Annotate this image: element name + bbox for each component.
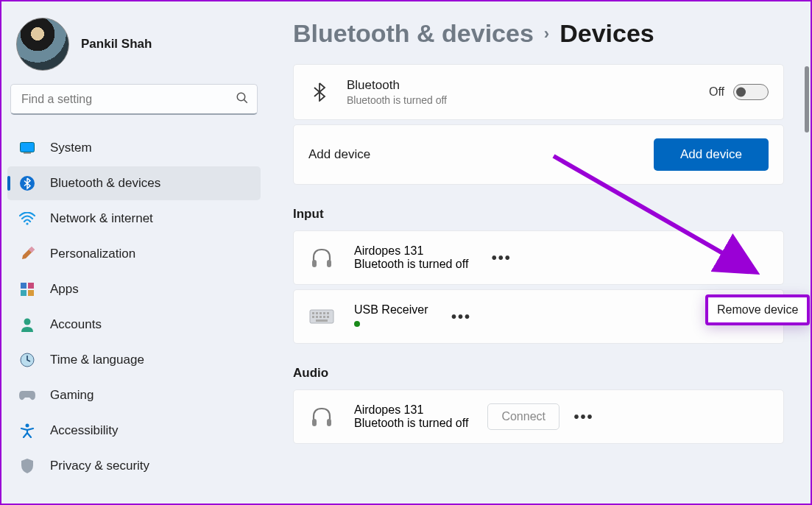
svg-rect-24 <box>319 316 322 318</box>
device-sub: Bluetooth is turned off <box>354 258 468 271</box>
bluetooth-card: Bluetooth Bluetooth is turned off Off <box>293 64 784 120</box>
sidebar-item-label: Network & internet <box>50 211 153 226</box>
sidebar-item-personalization[interactable]: Personalization <box>7 237 261 271</box>
device-name: Airdopes 131 <box>354 244 468 258</box>
svg-rect-10 <box>28 290 34 296</box>
svg-rect-27 <box>316 319 328 322</box>
profile-name: Pankil Shah <box>81 37 152 52</box>
breadcrumb-parent[interactable]: Bluetooth & devices <box>293 19 534 48</box>
time-icon <box>19 352 35 368</box>
add-device-button[interactable]: Add device <box>654 138 769 171</box>
context-menu-remove[interactable]: Remove device <box>705 294 810 325</box>
svg-rect-18 <box>316 312 318 314</box>
sidebar-item-network[interactable]: Network & internet <box>7 202 261 236</box>
gaming-icon <box>19 387 35 403</box>
device-row-airdopes: Airdopes 131 Bluetooth is turned off ••• <box>293 230 784 285</box>
svg-rect-28 <box>312 419 317 426</box>
add-device-label: Add device <box>308 147 638 162</box>
avatar <box>16 18 69 71</box>
context-menu-label: Remove device <box>717 303 798 316</box>
sidebar-item-time[interactable]: Time & language <box>7 343 261 377</box>
more-button[interactable]: ••• <box>447 304 475 329</box>
svg-rect-17 <box>312 312 314 314</box>
status-dot <box>354 321 360 327</box>
svg-rect-14 <box>312 260 317 267</box>
svg-rect-21 <box>327 312 329 314</box>
sidebar-item-label: Accounts <box>50 317 102 332</box>
personalization-icon <box>19 246 35 262</box>
device-sub: Bluetooth is turned off <box>354 417 468 430</box>
svg-rect-22 <box>312 316 314 318</box>
search-input[interactable] <box>10 84 258 115</box>
bluetooth-sub: Bluetooth is turned off <box>347 94 693 106</box>
sidebar-item-label: System <box>50 141 92 155</box>
device-row-airdopes-audio: Airdopes 131 Bluetooth is turned off Con… <box>293 389 784 444</box>
sidebar-item-label: Apps <box>50 282 79 297</box>
bluetooth-state: Off <box>709 85 724 99</box>
svg-rect-25 <box>323 316 325 318</box>
sidebar-item-label: Time & language <box>50 353 144 367</box>
svg-rect-9 <box>21 290 27 296</box>
headphones-icon <box>308 406 335 427</box>
svg-rect-20 <box>323 312 325 314</box>
breadcrumb: Bluetooth & devices › Devices <box>293 19 784 48</box>
profile[interactable]: Pankil Shah <box>7 15 261 84</box>
svg-rect-7 <box>21 283 27 289</box>
system-icon <box>19 140 35 156</box>
svg-point-13 <box>26 424 29 428</box>
section-input: Input <box>293 207 784 222</box>
bluetooth-title: Bluetooth <box>347 78 693 93</box>
section-audio: Audio <box>293 366 784 381</box>
svg-rect-29 <box>327 419 331 426</box>
bluetooth-toggle[interactable] <box>733 84 769 100</box>
chevron-right-icon: › <box>544 24 549 43</box>
sidebar-item-label: Gaming <box>50 388 94 403</box>
bluetooth-icon <box>308 82 331 102</box>
sidebar: Pankil Shah System Bluetooth & devices N… <box>1 1 266 504</box>
more-button[interactable]: ••• <box>487 245 515 270</box>
device-name: Airdopes 131 <box>354 403 468 417</box>
svg-rect-26 <box>327 316 329 318</box>
add-device-card: Add device Add device <box>293 124 784 185</box>
bluetooth-icon <box>19 175 35 191</box>
sidebar-item-privacy[interactable]: Privacy & security <box>7 449 261 483</box>
svg-rect-8 <box>28 283 34 289</box>
svg-rect-19 <box>319 312 322 314</box>
scrollbar[interactable] <box>805 66 809 133</box>
svg-point-11 <box>24 319 31 325</box>
apps-icon <box>19 281 35 297</box>
connect-button[interactable]: Connect <box>487 403 559 430</box>
sidebar-item-apps[interactable]: Apps <box>7 272 261 306</box>
sidebar-item-label: Personalization <box>50 247 135 261</box>
keyboard-icon <box>308 309 335 324</box>
svg-rect-2 <box>21 143 35 152</box>
breadcrumb-current: Devices <box>559 19 654 48</box>
svg-rect-3 <box>24 152 31 154</box>
svg-rect-15 <box>327 260 331 267</box>
shield-icon <box>19 458 35 474</box>
svg-rect-23 <box>316 316 318 318</box>
sidebar-item-label: Privacy & security <box>50 459 149 473</box>
device-name: USB Receiver <box>354 303 428 317</box>
sidebar-item-gaming[interactable]: Gaming <box>7 378 261 412</box>
accounts-icon <box>19 317 35 333</box>
headphones-icon <box>308 247 335 268</box>
sidebar-item-system[interactable]: System <box>7 131 261 165</box>
sidebar-item-accessibility[interactable]: Accessibility <box>7 414 261 448</box>
sidebar-item-bluetooth[interactable]: Bluetooth & devices <box>7 166 261 200</box>
network-icon <box>19 211 35 227</box>
sidebar-item-label: Accessibility <box>50 423 119 438</box>
sidebar-item-label: Bluetooth & devices <box>50 176 160 191</box>
more-button[interactable]: ••• <box>570 404 598 429</box>
main: Bluetooth & devices › Devices Bluetooth … <box>266 1 811 504</box>
accessibility-icon <box>19 423 35 439</box>
nav: System Bluetooth & devices Network & int… <box>7 131 261 483</box>
svg-point-5 <box>26 222 28 225</box>
sidebar-item-accounts[interactable]: Accounts <box>7 308 261 342</box>
